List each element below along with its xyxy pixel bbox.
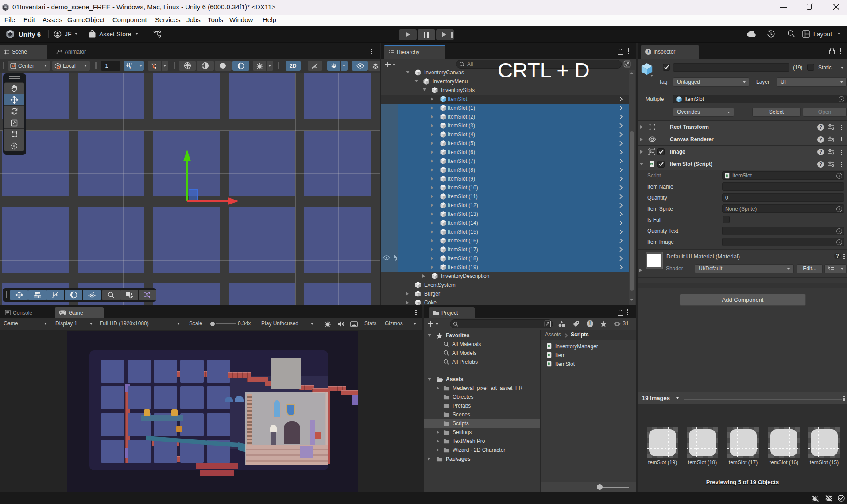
svg-text:Y: Y	[129, 65, 131, 69]
